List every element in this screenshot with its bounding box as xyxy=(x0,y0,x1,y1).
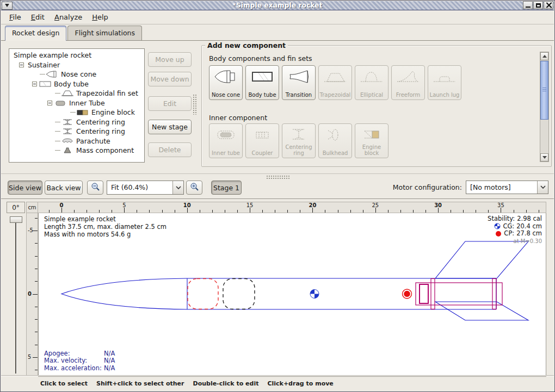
add-launch-lug-button[interactable]: Launch lug xyxy=(428,65,461,100)
top-fin xyxy=(435,241,528,278)
max-velocity-label: Max. velocity: xyxy=(44,357,104,365)
tree-item-trapezoidal-fin-set[interactable]: Trapezoidal fin set xyxy=(9,89,144,98)
window-controls xyxy=(523,1,553,9)
centering-ring-outline xyxy=(431,279,435,309)
vertical-splitter-handle[interactable] xyxy=(193,94,198,115)
cp-label: CP: xyxy=(504,230,514,238)
bulkhead-icon xyxy=(323,127,348,143)
add-elliptical-fin-button[interactable]: Elliptical xyxy=(355,65,388,100)
horizontal-splitter-handle[interactable] xyxy=(266,175,290,179)
titlebar[interactable]: *Simple example rocket xyxy=(1,1,554,10)
elliptical-fin-icon xyxy=(359,69,384,85)
stability-info: Stability:2.98 cal CG:20.4 cm CP:27.8 cm… xyxy=(488,215,542,245)
close-button[interactable] xyxy=(544,1,553,9)
component-panel-scrollbar[interactable] xyxy=(540,52,549,162)
tree-item-centering-ring-1[interactable]: Centering ring xyxy=(9,117,144,127)
add-inner-tube-button[interactable]: Inner tube xyxy=(209,123,243,158)
scrollbar-thumb[interactable] xyxy=(540,61,548,120)
menu-edit[interactable]: Edit xyxy=(26,11,50,23)
scroll-up-button[interactable] xyxy=(540,52,548,60)
zoom-in-button[interactable] xyxy=(186,181,202,195)
hint-shift-click: Shift+click to select other xyxy=(96,380,184,387)
scroll-down-button[interactable] xyxy=(540,153,548,161)
arrow-down-icon xyxy=(542,156,547,159)
menu-file[interactable]: File xyxy=(4,11,26,23)
chevron-down-icon xyxy=(540,185,546,189)
rotation-slider-handle[interactable] xyxy=(10,216,22,223)
new-stage-button[interactable]: New stage xyxy=(148,120,192,134)
rocket-mass: Mass with no motors 54.6 g xyxy=(44,231,166,238)
max-velocity-value: N/A xyxy=(104,357,115,365)
tree-item-sustainer[interactable]: Sustainer xyxy=(9,60,144,70)
nose-cone-icon xyxy=(46,71,59,78)
component-tree[interactable]: Simple example rocket Sustainer Nose con… xyxy=(9,48,145,163)
tree-item-nose-cone[interactable]: Nose cone xyxy=(9,70,144,79)
rocket-canvas[interactable]: Simple example rocket Length 37.5 cm, ma… xyxy=(38,213,546,377)
transition-icon xyxy=(286,69,311,85)
menu-analyze[interactable]: Analyze xyxy=(50,11,87,23)
window-menu-button[interactable] xyxy=(2,2,13,10)
tree-item-engine-block[interactable]: Engine block xyxy=(9,108,144,117)
back-view-button[interactable]: Back view xyxy=(45,181,83,195)
delete-button[interactable]: Delete xyxy=(148,142,192,157)
tree-item-mass-component[interactable]: Mass component xyxy=(9,146,144,155)
add-coupler-button[interactable]: Coupler xyxy=(245,123,279,158)
edit-button[interactable]: Edit xyxy=(148,96,192,111)
mass-component-icon xyxy=(61,147,74,154)
zoom-level-combobox[interactable]: Fit (60.4%) xyxy=(107,181,184,195)
freeform-fin-icon xyxy=(396,69,421,85)
tree-item-parachute[interactable]: Parachute xyxy=(9,136,144,146)
add-trapezoidal-fin-button[interactable]: Trapezoidal xyxy=(318,65,352,100)
dropdown-button[interactable] xyxy=(537,181,548,194)
collapse-icon[interactable] xyxy=(19,63,24,67)
maximize-button[interactable] xyxy=(533,1,543,9)
arrow-up-icon xyxy=(542,55,547,58)
add-transition-button[interactable]: Transition xyxy=(282,65,316,100)
rotation-slider-track[interactable] xyxy=(15,219,17,374)
add-freeform-fin-button[interactable]: Freeform xyxy=(391,65,425,100)
move-up-button[interactable]: Move up xyxy=(148,52,192,67)
horizontal-splitter[interactable] xyxy=(1,173,554,179)
motor-configuration-combobox[interactable]: [No motors] xyxy=(466,181,548,194)
tree-item-inner-tube[interactable]: Inner Tube xyxy=(9,98,144,108)
dropdown-button[interactable] xyxy=(172,181,183,194)
collapse-icon[interactable] xyxy=(32,82,37,86)
tree-item-body-tube[interactable]: Body tube xyxy=(9,79,144,89)
add-engine-block-button[interactable]: Engine block xyxy=(355,123,388,158)
tree-connector xyxy=(55,131,60,132)
cg-legend-icon xyxy=(494,223,501,229)
side-view-button[interactable]: Side view xyxy=(8,181,42,195)
horizontal-ruler: 05101520253035 xyxy=(38,202,546,213)
inner-section-label: Inner component xyxy=(209,114,267,122)
tab-flight-simulations[interactable]: Flight simulations xyxy=(67,26,142,40)
tree-connector xyxy=(55,150,60,151)
minimize-button[interactable] xyxy=(523,1,533,9)
group-title: Add new component xyxy=(205,41,288,49)
centering-ring-icon xyxy=(61,119,74,126)
bottom-fin xyxy=(435,302,528,320)
add-body-tube-button[interactable]: Body tube xyxy=(245,65,279,100)
hint-click-drag: Click+drag to move xyxy=(267,380,333,387)
collapse-icon[interactable] xyxy=(47,101,52,105)
motor-configuration: Motor configuration: [No motors] xyxy=(393,181,548,194)
vertical-ruler: -505 xyxy=(26,213,38,376)
window-menu-icon xyxy=(5,4,9,7)
cg-value: 20.4 cm xyxy=(516,223,542,231)
engine-block-icon xyxy=(359,127,384,142)
launch-lug-icon xyxy=(432,69,457,85)
stage-1-toggle[interactable]: Stage 1 xyxy=(211,181,242,195)
add-bulkhead-button[interactable]: Bulkhead xyxy=(318,123,352,158)
flight-summary: Apogee:N/A Max. velocity:N/A Max. accele… xyxy=(44,350,115,372)
menu-help[interactable]: Help xyxy=(87,11,113,23)
body-tube-icon xyxy=(39,80,52,88)
add-centering-ring-button[interactable]: Centering ring xyxy=(282,123,316,158)
coupler-icon xyxy=(250,127,275,143)
tree-item-centering-ring-2[interactable]: Centering ring xyxy=(9,127,144,136)
tree-item-rocket[interactable]: Simple example rocket xyxy=(9,51,144,60)
zoom-out-icon xyxy=(91,182,100,191)
tab-rocket-design[interactable]: Rocket design xyxy=(5,26,66,41)
zoom-out-button[interactable] xyxy=(87,181,103,195)
add-nose-cone-button[interactable]: Nose cone xyxy=(209,65,243,100)
move-down-button[interactable]: Move down xyxy=(148,72,192,86)
rocket-design-panel: Simple example rocket Sustainer Nose con… xyxy=(1,41,554,173)
